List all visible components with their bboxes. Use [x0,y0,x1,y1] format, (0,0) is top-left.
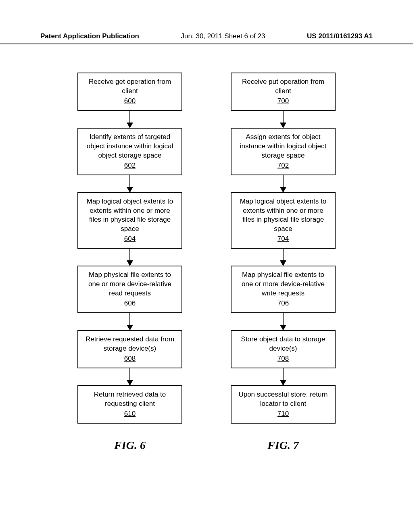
step-text: Receive put operation from client [242,78,324,95]
arrow-down [283,368,284,385]
step-ref: 608 [83,354,177,364]
step-text: Map logical object extents to extents wi… [240,197,327,233]
step-ref: 702 [236,161,330,170]
step-box: Return retrieved data to requesting clie… [77,385,182,424]
step-ref: 710 [236,409,330,419]
step-ref: 706 [236,299,330,308]
arrow-down [129,368,130,385]
arrow-down [129,249,130,266]
arrow-down [129,313,130,330]
step-text: Receive get operation from client [89,78,171,95]
step-text: Map physical file extents to one or more… [88,271,171,297]
step-ref: 700 [236,97,330,106]
step-box: Assign extents for object instance withi… [231,128,336,175]
header-publication: Patent Application Publication [40,32,139,40]
arrow-down [129,111,130,128]
step-box: Map physical file extents to one or more… [231,266,336,313]
flowchart-fig6: Receive get operation from client 600 Id… [73,73,186,452]
step-text: Map logical object extents to extents wi… [87,197,173,233]
step-ref: 600 [83,97,177,106]
step-ref: 610 [83,409,177,419]
step-ref: 704 [236,235,330,244]
step-ref: 602 [83,161,177,170]
header-row: Patent Application Publication Jun. 30, … [40,32,373,40]
step-box: Identify extents of targeted object inst… [77,128,182,175]
arrow-down [283,249,284,266]
arrow-down [129,175,130,192]
page-header: Patent Application Publication Jun. 30, … [0,32,413,44]
step-text: Return retrieved data to requesting clie… [94,391,166,407]
step-text: Assign extents for object instance withi… [240,133,327,159]
flowchart-fig7: Receive put operation from client 700 As… [227,73,340,452]
step-box: Retrieve requested data from storage dev… [77,330,182,368]
step-box: Map physical file extents to one or more… [77,266,182,313]
step-box: Upon successful store, return locator to… [231,385,336,424]
step-text: Retrieve requested data from storage dev… [86,335,174,352]
figure-label: FIG. 6 [114,439,146,452]
step-ref: 708 [236,354,330,364]
step-ref: 606 [83,299,177,308]
header-date-sheet: Jun. 30, 2011 Sheet 6 of 23 [181,32,265,40]
step-text: Identify extents of targeted object inst… [87,133,173,159]
step-box: Store object data to storage device(s) 7… [231,330,336,368]
diagram-container: Receive get operation from client 600 Id… [0,73,413,452]
step-box: Map logical object extents to extents wi… [231,192,336,249]
step-box: Receive put operation from client 700 [231,73,336,111]
header-pub-number: US 2011/0161293 A1 [307,32,373,40]
arrow-down [283,111,284,128]
step-text: Upon successful store, return locator to… [238,391,327,407]
arrow-down [283,175,284,192]
step-text: Map physical file extents to one or more… [242,271,325,297]
figure-label: FIG. 7 [267,439,299,452]
arrow-down [283,313,284,330]
step-box: Receive get operation from client 600 [77,73,182,111]
step-box: Map logical object extents to extents wi… [77,192,182,249]
step-text: Store object data to storage device(s) [241,335,325,352]
step-ref: 604 [83,235,177,244]
